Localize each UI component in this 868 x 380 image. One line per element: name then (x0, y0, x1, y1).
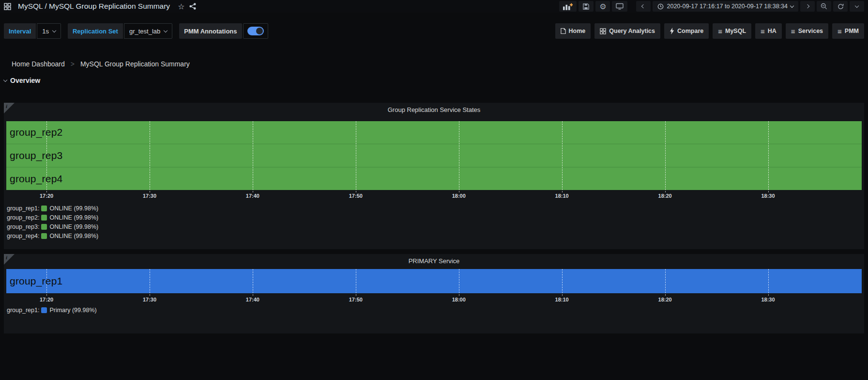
link-services[interactable]: ≡ Services (786, 23, 828, 39)
legend-value: ONLINE (99.98%) (49, 205, 98, 212)
caret-down-icon (790, 3, 794, 7)
link-ha[interactable]: ≡ HA (755, 23, 782, 39)
x-tick-label: 18:30 (761, 297, 775, 302)
variable-interval-value: 1s (42, 28, 49, 35)
link-label: Query Analytics (609, 28, 655, 34)
link-mysql[interactable]: ≡ MySQL (713, 23, 751, 39)
variable-interval-select[interactable]: 1s (37, 23, 61, 39)
variable-interval-label: Interval (4, 23, 36, 39)
breadcrumb-current[interactable]: MySQL Group Replication Summary (80, 60, 190, 68)
legend-series-name: group_rep1: (7, 205, 39, 212)
x-axis: 17:2017:3017:4017:5018:0018:1018:2018:30 (6, 193, 862, 200)
legend-swatch (41, 215, 47, 221)
variable-interval: Interval 1s (4, 23, 61, 39)
x-tick-label: 17:40 (246, 297, 259, 302)
x-tick-label: 17:30 (143, 193, 156, 199)
menu-icon: ≡ (761, 28, 765, 35)
refresh-interval-caret[interactable] (850, 1, 864, 12)
time-range-picker[interactable]: 2020-09-17 17:16:17 to 2020-09-17 18:38:… (653, 1, 798, 12)
panel-title[interactable]: PRIMARY Service (4, 257, 864, 265)
top-navbar-actions: ⚙ 2020-09-17 17:16:17 to 2020-09-17 18:3… (559, 1, 864, 12)
caret-down-icon (164, 28, 168, 32)
legend-series-name: group_rep1: (7, 307, 39, 314)
star-icon[interactable]: ☆ (178, 2, 184, 11)
share-icon[interactable] (189, 3, 196, 10)
link-query-analytics[interactable]: Query Analytics (594, 23, 660, 39)
dashboards-grid-icon[interactable] (4, 3, 11, 10)
legend-item[interactable]: group_rep2: ONLINE (99.98%) (7, 213, 98, 222)
time-range-forward-button[interactable] (800, 1, 815, 12)
time-range-back-button[interactable] (636, 1, 651, 12)
time-range-text: 2020-09-17 17:16:17 to 2020-09-17 18:38:… (667, 3, 788, 10)
breadcrumb: Home Dashboard > MySQL Group Replication… (12, 60, 190, 68)
cycle-view-icon[interactable] (612, 1, 627, 12)
menu-icon: ≡ (791, 28, 795, 35)
timeline-bar-label: group_rep4 (10, 173, 62, 185)
legend-swatch (41, 307, 47, 313)
panel-title[interactable]: Group Replication Service States (4, 106, 864, 113)
legend: group_rep1: ONLINE (99.98%) group_rep2: … (7, 204, 98, 240)
dashboard-settings-icon[interactable]: ⚙ (595, 1, 610, 12)
add-panel-icon[interactable] (559, 1, 577, 12)
chevron-down-icon (3, 78, 7, 81)
legend-swatch (41, 206, 47, 211)
variable-replication-set-select[interactable]: gr_test_lab (124, 23, 172, 39)
save-dashboard-icon[interactable] (579, 1, 594, 12)
link-label: Compare (677, 28, 703, 34)
toggle-knob (256, 28, 263, 34)
x-tick-label: 17:30 (143, 297, 156, 302)
panel-primary-service: i PRIMARY Service group_rep1 17:2017:301… (4, 254, 864, 333)
clock-icon (657, 3, 664, 10)
dashboard-links: Home Query Analytics Compare ≡ MySQL (555, 23, 864, 39)
legend-item[interactable]: group_rep3: ONLINE (99.98%) (7, 222, 98, 231)
x-tick-label: 18:10 (555, 297, 569, 302)
timeline-bar[interactable]: group_rep3 (6, 144, 862, 167)
panel-group-replication-service-states: i Group Replication Service States group… (4, 103, 864, 249)
legend-item[interactable]: group_rep4: ONLINE (99.98%) (7, 231, 98, 240)
caret-down-icon (855, 3, 859, 7)
legend-swatch (41, 233, 47, 239)
x-tick-label: 18:10 (555, 193, 569, 199)
timeline-bar[interactable]: group_rep1 (6, 269, 862, 293)
menu-icon: ≡ (718, 28, 722, 35)
legend-value: Primary (99.98%) (49, 307, 96, 314)
legend-item[interactable]: group_rep1: Primary (99.98%) (7, 305, 97, 315)
pmm-annotations-control: PMM Annotations (179, 23, 268, 39)
x-tick-label: 18:00 (452, 193, 466, 199)
legend-value: ONLINE (99.98%) (49, 214, 98, 221)
link-home[interactable]: Home (555, 23, 591, 39)
refresh-button[interactable] (833, 1, 848, 12)
chevron-right-icon (806, 4, 809, 8)
chevron-right-icon: > (71, 60, 75, 68)
timeline-bar[interactable]: group_rep2 (6, 121, 862, 143)
bolt-icon (670, 28, 674, 34)
legend-value: ONLINE (99.98%) (49, 233, 98, 239)
timeline-rows: group_rep2 group_rep3 group_rep4 (6, 121, 862, 190)
timeline-bar-label: group_rep1 (10, 275, 62, 287)
link-label: HA (768, 28, 777, 34)
caret-down-icon (52, 28, 56, 32)
link-label: MySQL (725, 28, 746, 34)
dashboard-title[interactable]: MySQL / MySQL Group Replication Summary (18, 2, 170, 11)
pmm-annotations-toggle[interactable] (243, 23, 268, 39)
legend-series-name: group_rep3: (7, 223, 39, 230)
dashboard-title-group: MySQL / MySQL Group Replication Summary … (4, 2, 196, 11)
legend-swatch (41, 224, 47, 230)
row-title: Overview (10, 77, 40, 84)
breadcrumb-home-dashboard[interactable]: Home Dashboard (12, 60, 65, 68)
variable-replication-set-value: gr_test_lab (129, 28, 160, 35)
timeline-bar-label: group_rep3 (10, 150, 62, 161)
timeline-bar[interactable]: group_rep4 (6, 168, 862, 190)
legend-value: ONLINE (99.98%) (49, 223, 98, 230)
x-tick-label: 18:00 (452, 297, 466, 302)
pmm-annotations-label: PMM Annotations (179, 23, 242, 39)
row-overview-toggle[interactable]: Overview (4, 77, 40, 84)
x-axis: 17:2017:3017:4017:5018:0018:1018:2018:30 (6, 297, 862, 303)
grid-icon (600, 28, 606, 34)
x-tick-label: 18:30 (761, 193, 775, 199)
x-tick-label: 17:50 (349, 193, 363, 199)
zoom-out-icon[interactable] (817, 1, 831, 12)
legend-item[interactable]: group_rep1: ONLINE (99.98%) (7, 204, 98, 213)
link-pmm[interactable]: ≡ PMM (832, 23, 864, 39)
link-compare[interactable]: Compare (664, 23, 709, 39)
